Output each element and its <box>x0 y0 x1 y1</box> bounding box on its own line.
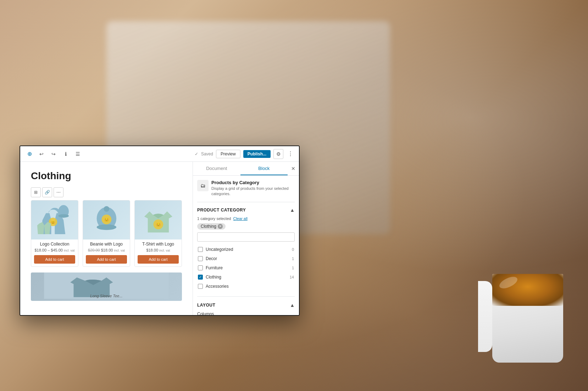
category-name-furniture: Furniture <box>206 265 285 270</box>
editor-content: Clothing ⊞ 🔗 ⋯ <box>20 162 299 315</box>
add-to-cart-button-3[interactable]: Add to cart <box>138 255 179 264</box>
editor-main: Clothing ⊞ 🔗 ⋯ <box>20 162 193 315</box>
product-image-3: 😊 <box>135 200 182 239</box>
saved-check-icon: ✓ <box>195 152 198 156</box>
block-title: Products by Category <box>211 180 295 185</box>
category-name-clothing: Clothing <box>206 275 285 280</box>
category-item-furniture: Furniture 1 <box>197 264 295 272</box>
product-card-1: 😊 Logo Collection $18.00 – $45.00 incl. … <box>31 200 78 267</box>
category-checkbox-accessories[interactable] <box>198 284 203 289</box>
category-item-accessories: Accessories <box>197 282 295 291</box>
product-price-1: $18.00 – $45.00 incl. vat <box>31 247 78 254</box>
product-banner: Long Sleeve Tee... <box>31 272 182 301</box>
columns-label: Columns <box>197 312 295 315</box>
category-item-decor: Decor 1 <box>197 254 295 263</box>
link-button[interactable]: 🔗 <box>42 187 52 197</box>
settings-gear-button[interactable]: ⚙ <box>273 149 283 159</box>
category-item-uncategorized: Uncategorized 0 <box>197 245 295 254</box>
category-selected-text: 1 category selected Clear all <box>197 216 295 221</box>
product-card-3: 😊 T-Shirt with Logo $18.00 incl. vat Add… <box>134 200 182 267</box>
editor-toolbar: ⊕ ↩ ↪ ℹ ☰ ✓ Saved Preview Publish... ⚙ ⋮ <box>20 146 299 162</box>
category-search-input[interactable] <box>197 232 295 242</box>
layout-toggle-button[interactable]: ▲ <box>290 302 295 308</box>
info-icon[interactable]: ℹ <box>61 149 71 159</box>
tab-document[interactable]: Document <box>193 162 240 175</box>
category-name-uncategorized: Uncategorized <box>206 247 285 252</box>
tag-remove-button[interactable]: ✕ <box>218 224 223 229</box>
product-illustration-1: 😊 <box>34 203 76 238</box>
menu-icon[interactable]: ☰ <box>73 149 83 159</box>
editor-window: ⊕ ↩ ↪ ℹ ☰ ✓ Saved Preview Publish... ⚙ ⋮… <box>20 145 300 316</box>
category-checkbox-clothing[interactable] <box>198 275 203 280</box>
layout-section: Layout ▲ Columns 3 <box>197 302 295 315</box>
selected-tags-container: Clothing ✕ <box>197 223 295 232</box>
banner-label: Long Sleeve Tee... <box>90 294 122 298</box>
product-name-3: T-Shirt with Logo <box>135 239 182 247</box>
product-illustration-2: 😊 <box>85 203 128 238</box>
toolbar-left: ⊕ ↩ ↪ ℹ ☰ <box>24 149 192 159</box>
category-checkbox-uncategorized[interactable] <box>198 247 203 252</box>
preview-button[interactable]: Preview <box>216 150 240 158</box>
panel-header: Document Block ✕ <box>193 162 299 176</box>
category-count-decor: 1 <box>288 257 294 261</box>
category-toggle-button[interactable]: ▲ <box>290 207 295 213</box>
panel-close-button[interactable]: ✕ <box>288 162 299 175</box>
category-name-decor: Decor <box>206 256 285 261</box>
svg-point-5 <box>96 224 116 230</box>
category-name-accessories: Accessories <box>206 284 285 289</box>
category-count-uncategorized: 0 <box>288 247 294 252</box>
wp-icon[interactable]: ⊕ <box>24 149 34 159</box>
add-to-cart-button-1[interactable]: Add to cart <box>34 255 75 264</box>
undo-button[interactable]: ↩ <box>37 149 46 159</box>
category-count-clothing: 14 <box>288 275 294 279</box>
block-description: Display a grid of products from your sel… <box>211 186 295 197</box>
clothing-selected-tag: Clothing ✕ <box>197 223 226 230</box>
product-name-2: Beanie with Logo <box>83 239 130 247</box>
svg-text:😊: 😊 <box>155 222 161 227</box>
sidebar-panel: Document Block ✕ 🗂 Products by Category … <box>193 162 299 315</box>
block-info: 🗂 Products by Category Display a grid of… <box>197 180 295 202</box>
product-price-2: $20.00 $18.00 incl. vat <box>83 247 130 254</box>
svg-point-6 <box>104 206 109 211</box>
add-to-cart-button-2[interactable]: Add to cart <box>86 255 127 264</box>
product-image-1: 😊 <box>31 200 78 239</box>
clear-all-link[interactable]: Clear all <box>233 216 248 221</box>
grid-view-button[interactable]: ⊞ <box>31 187 41 197</box>
product-name-1: Logo Collection <box>31 239 78 247</box>
saved-label: Saved <box>201 152 213 156</box>
page-title: Clothing <box>31 170 182 182</box>
columns-slider-row: Columns 3 <box>197 312 295 315</box>
category-checkbox-decor[interactable] <box>198 256 203 261</box>
block-toolbar: ⊞ 🔗 ⋯ <box>31 187 182 197</box>
category-section-title: Product Category <box>197 208 246 213</box>
block-type-icon: 🗂 <box>197 180 209 191</box>
panel-body: 🗂 Products by Category Display a grid of… <box>193 176 299 315</box>
svg-text:😊: 😊 <box>104 217 109 222</box>
coffee-cup-area <box>467 238 567 363</box>
svg-point-3 <box>58 214 69 217</box>
svg-text:😊: 😊 <box>51 220 55 225</box>
products-grid: 😊 Logo Collection $18.00 – $45.00 incl. … <box>31 200 182 267</box>
product-price-3: $18.00 incl. vat <box>135 247 182 254</box>
product-card-2: 😊 Beanie with Logo $20.00 $18.00 incl. v… <box>83 200 130 267</box>
category-section: Product Category ▲ 1 category selected C… <box>197 207 295 297</box>
toolbar-right: ✓ Saved Preview Publish... ⚙ ⋮ <box>195 149 295 159</box>
category-count-furniture: 1 <box>288 266 294 270</box>
category-item-clothing: Clothing 14 <box>197 273 295 281</box>
product-image-2: 😊 <box>83 200 130 239</box>
product-illustration-3: 😊 <box>137 203 179 238</box>
tab-block[interactable]: Block <box>240 162 288 175</box>
more-options-button[interactable]: ⋮ <box>286 149 295 159</box>
category-checkbox-furniture[interactable] <box>198 265 203 270</box>
publish-button[interactable]: Publish... <box>243 150 271 158</box>
layout-section-header: Layout ▲ <box>197 302 295 308</box>
more-block-options-button[interactable]: ⋯ <box>54 187 63 197</box>
category-section-header: Product Category ▲ <box>197 207 295 213</box>
selected-tag-label: Clothing <box>201 224 216 229</box>
block-info-text: Products by Category Display a grid of p… <box>211 180 295 197</box>
redo-button[interactable]: ↪ <box>49 149 59 159</box>
layout-section-title: Layout <box>197 303 215 308</box>
category-list: Uncategorized 0 Decor 1 Furniture 1 <box>197 245 295 291</box>
